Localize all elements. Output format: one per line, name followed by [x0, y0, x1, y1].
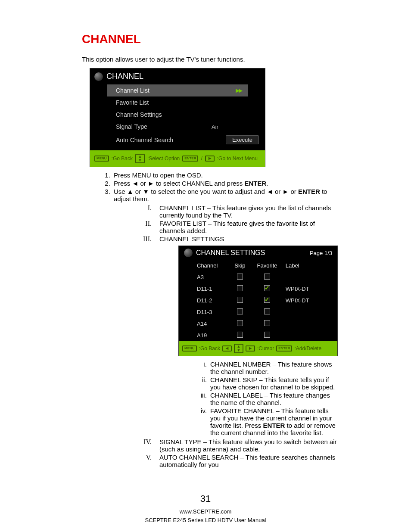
osd-footer: MENU :Go Back ▲▼ :Select Option ENTER / … [90, 150, 265, 167]
cell-label [283, 330, 337, 341]
checkbox-icon[interactable] [237, 285, 243, 291]
left-key-icon: ◀ [222, 345, 232, 352]
cell-favorite[interactable] [251, 271, 283, 283]
roman-3: III.CHANNEL SETTINGS [140, 235, 338, 243]
cell-skip[interactable] [229, 330, 252, 341]
osd-footer-slash: / [201, 156, 202, 162]
roman-1: I.CHANNEL LIST – This feature gives you … [140, 204, 338, 219]
table-row[interactable]: D11-3 [179, 306, 337, 318]
cell-channel: D11-3 [179, 306, 229, 318]
osd-menu-item[interactable]: Signal TypeAir [90, 121, 265, 133]
execute-button[interactable]: Execute [226, 135, 259, 144]
step-2-period: . [266, 180, 268, 187]
roman-2: II.FAVORITE LIST – This feature gives th… [140, 220, 338, 234]
enter-key-icon: ENTER [182, 156, 198, 162]
cell-favorite[interactable] [251, 318, 283, 330]
sceptre-logo-icon [94, 72, 103, 81]
col-channel: Channel [179, 260, 229, 271]
osd-item-label: Auto Channel Search [116, 137, 226, 143]
channel-table: Channel Skip Favorite Label A3D11-1WPIX-… [179, 260, 337, 341]
osd-menu-item[interactable]: Favorite List [90, 96, 265, 109]
cell-favorite[interactable] [251, 306, 283, 318]
cell-channel: A3 [179, 271, 229, 283]
intro-text: This option allows user to adjust the TV… [82, 56, 338, 63]
osd2-footer-cursor: :Cursor [257, 345, 274, 352]
checkbox-icon[interactable] [264, 285, 270, 291]
col-skip: Skip [229, 260, 252, 271]
instruction-list: Press MENU to open the OSD. Press ◄ or ►… [112, 171, 338, 468]
col-favorite: Favorite [251, 260, 283, 271]
right-key-icon: ▶ [246, 345, 255, 352]
osd-title: CHANNEL [90, 68, 265, 84]
cell-label: WPIX-DT [283, 283, 337, 295]
checkbox-icon[interactable] [264, 308, 270, 314]
lroman-1: CHANNEL NUMBER – This feature shows the … [209, 361, 338, 375]
cell-label: WPIX-DT [283, 295, 337, 306]
checkbox-icon[interactable] [264, 332, 270, 338]
roman-3-text: CHANNEL SETTINGS [159, 235, 338, 243]
cell-favorite[interactable] [251, 283, 283, 295]
checkbox-icon[interactable] [264, 274, 270, 280]
cell-channel: D11-2 [179, 295, 229, 306]
lroman-4-enter: ENTER [263, 422, 285, 429]
cell-skip[interactable] [229, 283, 252, 295]
osd-menu-item[interactable]: Auto Channel SearchExecute [90, 133, 265, 147]
osd-menu-item[interactable]: Channel Settings [90, 109, 265, 121]
osd2-footer: MENU :Go Back ◀ ▲▼ ▶ :Cursor ENTER :Add/… [179, 341, 337, 356]
roman-list-cont: IV.SIGNAL TYPE – This feature allows you… [140, 438, 338, 468]
checkbox-icon[interactable] [237, 320, 243, 326]
cell-skip[interactable] [229, 271, 252, 283]
checkbox-icon[interactable] [264, 297, 270, 303]
chevron-right-icon: ▶▶ [236, 87, 242, 93]
step-1: Press MENU to open the OSD. [112, 171, 338, 179]
osd-item-value: Air [212, 124, 259, 130]
cell-skip[interactable] [229, 295, 252, 306]
page-footer: 31 www.SCEPTRE.com SCEPTRE E245 Series L… [0, 492, 411, 524]
osd-menu-item[interactable]: Channel List▶▶ [107, 84, 248, 96]
osd-menu-body: Channel List▶▶Favorite ListChannel Setti… [90, 84, 265, 150]
enter-key-icon: ENTER [276, 345, 292, 352]
roman-4-text: SIGNAL TYPE – This feature allows you to… [159, 438, 338, 453]
step-2-enter: ENTER [244, 180, 266, 187]
page-number: 31 [0, 492, 411, 506]
table-row[interactable]: A19 [179, 330, 337, 341]
checkbox-icon[interactable] [237, 332, 243, 338]
roman-5: V.AUTO CHANNEL SEARCH – This feature sea… [140, 454, 338, 468]
cell-favorite[interactable] [251, 295, 283, 306]
table-header-row: Channel Skip Favorite Label [179, 260, 337, 271]
osd-channel-menu: CHANNEL Channel List▶▶Favorite ListChann… [90, 68, 265, 167]
footer-url: www.SCEPTRE.com [0, 507, 411, 516]
osd2-title-text: CHANNEL SETTINGS [196, 249, 265, 257]
osd-item-label: Signal Type [116, 123, 212, 130]
roman-list: I.CHANNEL LIST – This feature gives you … [140, 204, 338, 243]
roman-4: IV.SIGNAL TYPE – This feature allows you… [140, 438, 338, 453]
osd-footer-select: :Select Option [147, 156, 180, 162]
cell-skip[interactable] [229, 318, 252, 330]
up-down-key-icon: ▲▼ [135, 154, 145, 163]
lower-roman-list: CHANNEL NUMBER – This feature shows the … [209, 361, 338, 436]
table-row[interactable]: A3 [179, 271, 337, 283]
osd-channel-settings: CHANNEL SETTINGS Page 1/3 Channel Skip F… [178, 246, 338, 356]
osd-item-label: Channel List [116, 87, 236, 94]
cell-label [283, 318, 337, 330]
osd2-footer-add: :Add/Delete [294, 345, 321, 352]
cell-favorite[interactable] [251, 330, 283, 341]
checkbox-icon[interactable] [264, 320, 270, 326]
lroman-4: FAVORITE CHANNEL – This feature tells yo… [209, 407, 338, 436]
right-key-icon: ▶ [205, 156, 215, 162]
table-row[interactable]: D11-2WPIX-DT [179, 295, 337, 306]
osd-item-label: Favorite List [116, 99, 259, 106]
sceptre-logo-icon [184, 249, 193, 257]
osd-footer-goback: :Go Back [112, 156, 133, 162]
step-2-text: Press ◄ or ► to select CHANNEL and press [114, 180, 244, 187]
checkbox-icon[interactable] [237, 297, 243, 303]
roman-5-text: AUTO CHANNEL SEARCH – This feature searc… [159, 454, 338, 468]
checkbox-icon[interactable] [237, 274, 243, 280]
checkbox-icon[interactable] [237, 308, 243, 314]
table-row[interactable]: D11-1WPIX-DT [179, 283, 337, 295]
cell-skip[interactable] [229, 306, 252, 318]
table-row[interactable]: A14 [179, 318, 337, 330]
cell-label [283, 306, 337, 318]
up-down-key-icon: ▲▼ [234, 344, 243, 353]
osd2-footer-goback: :Go Back [199, 345, 220, 352]
